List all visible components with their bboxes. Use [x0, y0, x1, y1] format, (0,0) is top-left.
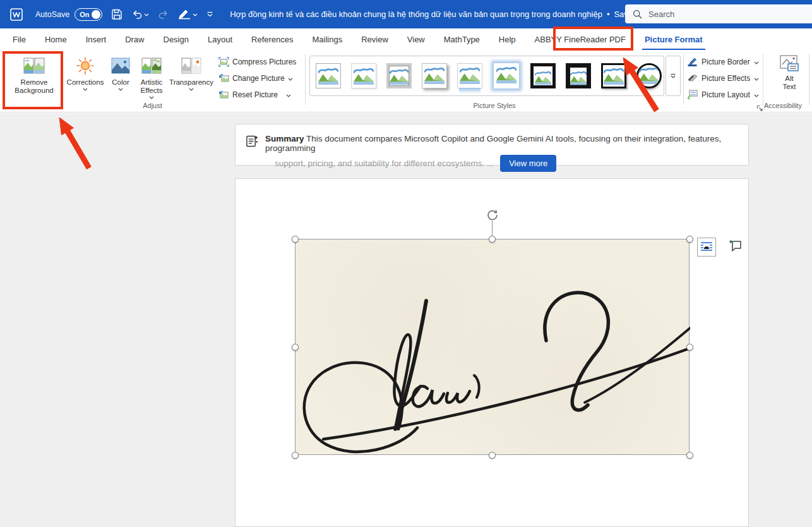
- corrections-button[interactable]: Corrections: [67, 53, 104, 101]
- picture-style-soft-edge-rectangle[interactable]: [494, 63, 519, 88]
- chevron-down-icon: [118, 88, 123, 91]
- group-separator: [763, 54, 763, 105]
- chevron-down-icon: [754, 94, 759, 97]
- selection-handle[interactable]: [489, 236, 496, 243]
- accessibility-group-label: Accessibility: [764, 102, 809, 109]
- tab-review[interactable]: Review: [360, 33, 390, 45]
- button-label: Picture Border: [702, 58, 750, 66]
- ai-summary-banner: Summary This document compares Microsoft…: [235, 124, 749, 166]
- signature-drawing: [296, 239, 690, 456]
- selection-handle[interactable]: [489, 452, 496, 459]
- rotation-handle[interactable]: [486, 208, 499, 222]
- tab-picture-format[interactable]: Picture Format: [643, 33, 704, 45]
- redo-button[interactable]: [158, 9, 169, 19]
- selection-handle[interactable]: [686, 236, 693, 243]
- group-separator: [683, 54, 684, 105]
- selection-handle[interactable]: [292, 236, 299, 243]
- picture-styles-gallery: [309, 56, 664, 96]
- alt-text-icon: [779, 54, 800, 75]
- undo-button[interactable]: [132, 9, 149, 19]
- button-label: Corrections: [67, 78, 104, 87]
- chevron-down-icon: [189, 88, 194, 91]
- customize-quick-access-button[interactable]: [206, 11, 213, 17]
- picture-style-double-frame-black[interactable]: [530, 63, 556, 88]
- selection-handle[interactable]: [292, 452, 299, 459]
- gallery-more-button[interactable]: [666, 56, 681, 96]
- transparency-button[interactable]: Transparency: [168, 53, 215, 101]
- summary-label: Summary: [265, 134, 304, 143]
- tab-home[interactable]: Home: [44, 33, 68, 45]
- tab-draw[interactable]: Draw: [124, 33, 145, 45]
- tab-mailings[interactable]: Mailings: [311, 33, 344, 45]
- picture-style-beveled-matte-white[interactable]: [351, 63, 376, 88]
- document-title: Hợp đồng kinh tế và các điều khoản chung…: [230, 9, 645, 19]
- search-box[interactable]: [625, 4, 812, 23]
- ribbon: Remove Background Corrections Color Arti…: [0, 51, 812, 112]
- selection-handle[interactable]: [292, 344, 299, 351]
- ribbon-tab-row: File Home Insert Draw Design Layout Refe…: [0, 28, 812, 51]
- change-picture-icon: [218, 73, 229, 83]
- remove-background-button[interactable]: Remove Background: [5, 53, 63, 101]
- picture-layout-icon: [687, 90, 698, 100]
- view-more-button[interactable]: View more: [500, 155, 556, 172]
- button-label: Picture Effects: [702, 74, 750, 83]
- ink-pen-button[interactable]: [177, 9, 198, 20]
- artistic-effects-button[interactable]: Artistic Effects: [136, 53, 167, 101]
- autosave-toggle[interactable]: On: [75, 8, 102, 21]
- document-page[interactable]: [235, 178, 749, 527]
- picture-style-simple-frame-white[interactable]: [316, 63, 341, 88]
- chevron-down-icon: [288, 78, 293, 81]
- picture-style-drop-shadow-rectangle[interactable]: [422, 63, 447, 88]
- reset-picture-button[interactable]: Reset Picture: [218, 88, 291, 101]
- picture-effects-icon: [687, 73, 698, 83]
- document-workspace: Summary This document compares Microsoft…: [0, 113, 812, 527]
- autosave-state: On: [80, 11, 89, 18]
- transparency-icon: [181, 55, 201, 76]
- picture-style-metal-oval[interactable]: [636, 63, 662, 88]
- button-label: Alt Text: [780, 75, 799, 91]
- picture-border-icon: [687, 57, 698, 67]
- tab-view[interactable]: View: [406, 33, 426, 45]
- picture-layout-button[interactable]: Picture Layout: [687, 88, 759, 101]
- word-app-icon[interactable]: [9, 7, 24, 22]
- picture-style-thick-frame-black[interactable]: [566, 63, 591, 88]
- layout-options-button[interactable]: [697, 238, 716, 257]
- button-label: Artistic Effects: [136, 78, 167, 95]
- color-button[interactable]: Color: [106, 53, 135, 101]
- picture-style-simple-frame-black[interactable]: [601, 63, 626, 88]
- new-comment-icon[interactable]: [729, 239, 743, 255]
- remove-background-icon: [23, 55, 45, 76]
- tab-references[interactable]: References: [250, 33, 294, 45]
- tab-abbyy-finereader[interactable]: ABBYY FineReader PDF: [534, 33, 627, 45]
- group-separator: [809, 54, 809, 105]
- picture-effects-button[interactable]: Picture Effects: [687, 72, 759, 85]
- tab-layout[interactable]: Layout: [206, 33, 234, 45]
- alt-text-button[interactable]: Alt Text: [773, 54, 806, 100]
- toggle-knob: [92, 10, 100, 19]
- selection-handle[interactable]: [686, 452, 693, 459]
- group-separator: [305, 54, 306, 105]
- picture-style-metal-frame[interactable]: [386, 63, 412, 88]
- save-button[interactable]: [111, 9, 123, 20]
- change-picture-button[interactable]: Change Picture: [218, 72, 293, 85]
- corrections-icon: [76, 55, 95, 76]
- tab-design[interactable]: Design: [162, 33, 190, 45]
- search-icon: [633, 9, 642, 19]
- picture-border-button[interactable]: Picture Border: [687, 56, 759, 68]
- picture-style-reflected-rectangle[interactable]: [457, 63, 482, 88]
- tab-help[interactable]: Help: [498, 33, 517, 45]
- selection-handle[interactable]: [686, 344, 693, 351]
- chevron-down-icon: [149, 96, 154, 99]
- tab-insert[interactable]: Insert: [85, 33, 108, 45]
- signature-image[interactable]: [295, 239, 690, 455]
- document-sparkle-icon: [246, 134, 259, 148]
- title-bar: AutoSave On Hợp đồng kinh tế và các điều…: [0, 0, 812, 28]
- tab-file[interactable]: File: [11, 33, 27, 45]
- tab-mathtype[interactable]: MathType: [443, 33, 481, 45]
- artistic-effects-icon: [141, 55, 162, 76]
- compress-pictures-button[interactable]: Compress Pictures: [218, 56, 296, 68]
- word-application-window: AutoSave On Hợp đồng kinh tế và các điều…: [0, 0, 812, 527]
- search-input[interactable]: [648, 9, 775, 19]
- adjust-group-label: Adjust: [0, 102, 305, 109]
- button-label: Picture Layout: [702, 90, 750, 99]
